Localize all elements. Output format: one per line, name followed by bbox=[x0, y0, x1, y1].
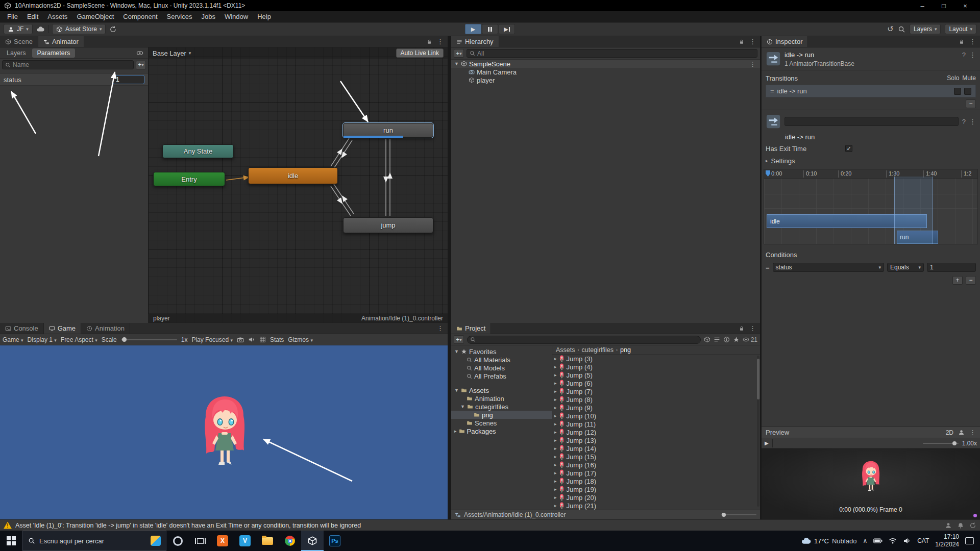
tab-console[interactable]: Console bbox=[0, 323, 44, 334]
layout-icon[interactable] bbox=[714, 336, 720, 343]
tab-parameters[interactable]: Parameters bbox=[32, 48, 76, 58]
parameter-search-input[interactable]: Name bbox=[2, 60, 134, 69]
caret-right-icon[interactable]: ▸ bbox=[554, 479, 557, 484]
tab-project[interactable]: Project bbox=[451, 323, 491, 334]
taskbar-chrome[interactable] bbox=[279, 531, 301, 551]
taskbar-weather[interactable]: 17°C Nublado bbox=[801, 536, 856, 546]
parameter-value-input[interactable]: 1 bbox=[113, 75, 144, 84]
lock-icon[interactable] bbox=[959, 39, 965, 45]
gizmos-dropdown[interactable]: Gizmos ▾ bbox=[288, 336, 313, 343]
language-indicator[interactable]: CAT bbox=[917, 537, 929, 544]
hierarchy-row-main-camera[interactable]: Main Camera bbox=[451, 68, 760, 76]
transition-list-item[interactable]: = idle -> run bbox=[766, 85, 976, 97]
tab-animator[interactable]: Animator bbox=[38, 36, 84, 47]
taskbar-app-o[interactable] bbox=[166, 531, 189, 551]
breadcrumb-item[interactable]: cutegirlfiles bbox=[582, 346, 614, 354]
animator-graph[interactable]: Base Layer ▾ Auto Live Link run bbox=[149, 47, 448, 323]
minimize-button[interactable]: – bbox=[912, 2, 933, 10]
lock-icon[interactable] bbox=[426, 39, 432, 45]
condition-operator-dropdown[interactable]: Equals ▾ bbox=[887, 263, 924, 272]
state-node-any-state[interactable]: Any State bbox=[162, 144, 234, 158]
tree-animation-folder[interactable]: Animation bbox=[451, 394, 552, 403]
taskbar-file-explorer[interactable] bbox=[256, 531, 279, 551]
task-view-button[interactable] bbox=[189, 531, 211, 551]
tray-expand-icon[interactable]: ∧ bbox=[863, 537, 867, 544]
kebab-menu-icon[interactable]: ⋮ bbox=[749, 60, 760, 68]
kebab-menu-icon[interactable]: ⋮ bbox=[969, 118, 976, 126]
tab-animation[interactable]: Animation bbox=[81, 323, 130, 334]
taskbar-unity[interactable] bbox=[301, 531, 324, 551]
layout-dropdown[interactable]: Layout ▾ bbox=[945, 24, 976, 34]
tab-inspector[interactable]: Inspector bbox=[762, 36, 808, 47]
condition-value-input[interactable]: 1 bbox=[927, 263, 976, 272]
auto-live-link-button[interactable]: Auto Live Link bbox=[396, 48, 444, 58]
breadcrumb-item[interactable]: png bbox=[620, 346, 631, 354]
file-row[interactable]: ▸Jump (3) bbox=[552, 355, 760, 363]
file-row[interactable]: ▸Jump (4) bbox=[552, 363, 760, 371]
taskbar-app-x[interactable]: X bbox=[211, 531, 234, 551]
menu-help[interactable]: Help bbox=[253, 13, 276, 20]
background-tasks-icon[interactable] bbox=[969, 522, 976, 529]
menu-window[interactable]: Window bbox=[220, 13, 253, 20]
menu-component[interactable]: Component bbox=[118, 13, 162, 20]
state-node-entry[interactable]: Entry bbox=[153, 172, 225, 186]
remove-condition-button[interactable]: − bbox=[966, 276, 976, 285]
tree-scenes-folder[interactable]: Scenes bbox=[451, 419, 552, 427]
file-row[interactable]: ▸Jump (13) bbox=[552, 436, 760, 444]
wifi-icon[interactable] bbox=[889, 538, 897, 544]
caret-right-icon[interactable]: ▸ bbox=[554, 438, 557, 443]
aspect-dropdown[interactable]: Free Aspect ▾ bbox=[61, 336, 97, 343]
menu-services[interactable]: Services bbox=[162, 13, 197, 20]
preview-viewport[interactable]: 0:00 (000.0%) Frame 0 bbox=[762, 448, 980, 519]
taskbar-app-vscode[interactable]: V bbox=[234, 531, 256, 551]
project-search-input[interactable] bbox=[467, 336, 701, 344]
state-node-run[interactable]: run bbox=[343, 123, 433, 138]
caret-right-icon[interactable]: ▸ bbox=[554, 470, 557, 475]
collab-icon[interactable] bbox=[945, 522, 952, 529]
mute-audio-icon[interactable] bbox=[248, 336, 255, 343]
add-parameter-button[interactable]: + ▾ bbox=[136, 61, 146, 69]
caret-down-icon[interactable]: ▼ bbox=[454, 61, 459, 66]
file-row[interactable]: ▸Jump (8) bbox=[552, 395, 760, 404]
kebab-menu-icon[interactable]: ⋮ bbox=[969, 38, 976, 45]
avatar-icon[interactable] bbox=[958, 429, 965, 436]
create-asset-button[interactable]: + ▾ bbox=[454, 335, 464, 344]
solo-checkbox[interactable] bbox=[954, 88, 961, 95]
eye-icon[interactable] bbox=[136, 49, 143, 57]
tree-assets[interactable]: ▼ Assets bbox=[451, 386, 552, 394]
file-row[interactable]: ▸Jump (15) bbox=[552, 453, 760, 461]
menu-gameobject[interactable]: GameObject bbox=[72, 13, 118, 20]
hidden-count[interactable]: 21 bbox=[743, 336, 757, 343]
caret-right-icon[interactable]: ▸ bbox=[554, 405, 557, 410]
metrics-icon[interactable] bbox=[259, 336, 266, 343]
state-node-idle[interactable]: idle bbox=[248, 167, 338, 184]
drag-handle-icon[interactable]: = bbox=[766, 264, 770, 271]
pause-button[interactable] bbox=[482, 24, 498, 34]
file-row[interactable]: ▸Jump (17) bbox=[552, 469, 760, 477]
tree-packages[interactable]: ▸ Packages bbox=[451, 427, 552, 435]
tree-all-prefabs[interactable]: All Prefabs bbox=[451, 372, 552, 380]
play-focused-dropdown[interactable]: Play Focused ▾ bbox=[191, 336, 233, 343]
file-row[interactable]: ▸Jump (14) bbox=[552, 444, 760, 453]
transition-window-band[interactable] bbox=[894, 177, 933, 244]
slider-knob[interactable] bbox=[952, 441, 957, 445]
caret-right-icon[interactable]: ▸ bbox=[454, 429, 457, 434]
scrollbar-thumb[interactable] bbox=[757, 359, 760, 399]
notification-center-icon[interactable] bbox=[965, 537, 974, 544]
lock-icon[interactable] bbox=[739, 325, 745, 332]
caret-down-icon[interactable]: ▼ bbox=[460, 404, 465, 409]
preview-2d-toggle[interactable]: 2D bbox=[946, 429, 953, 436]
file-row[interactable]: ▸Jump (19) bbox=[552, 485, 760, 493]
kebab-menu-icon[interactable]: ⋮ bbox=[749, 38, 756, 45]
menu-assets[interactable]: Assets bbox=[43, 13, 72, 20]
tree-all-materials[interactable]: All Materials bbox=[451, 356, 552, 364]
clock[interactable]: 17:10 1/2/2024 bbox=[935, 533, 959, 548]
packages-filter-icon[interactable] bbox=[704, 336, 710, 343]
battery-icon[interactable] bbox=[873, 538, 883, 543]
transition-timeline[interactable]: 0:00 0:10 0:20 1:30 1:40 1:2 idle run bbox=[764, 169, 978, 244]
stats-toggle[interactable]: Stats bbox=[270, 336, 284, 343]
timeline-ruler[interactable]: 0:00 0:10 0:20 1:30 1:40 1:2 bbox=[764, 169, 977, 179]
caret-right-icon[interactable]: ▸ bbox=[554, 364, 557, 369]
volume-icon[interactable] bbox=[903, 537, 911, 544]
screenshot-icon[interactable] bbox=[237, 336, 244, 343]
